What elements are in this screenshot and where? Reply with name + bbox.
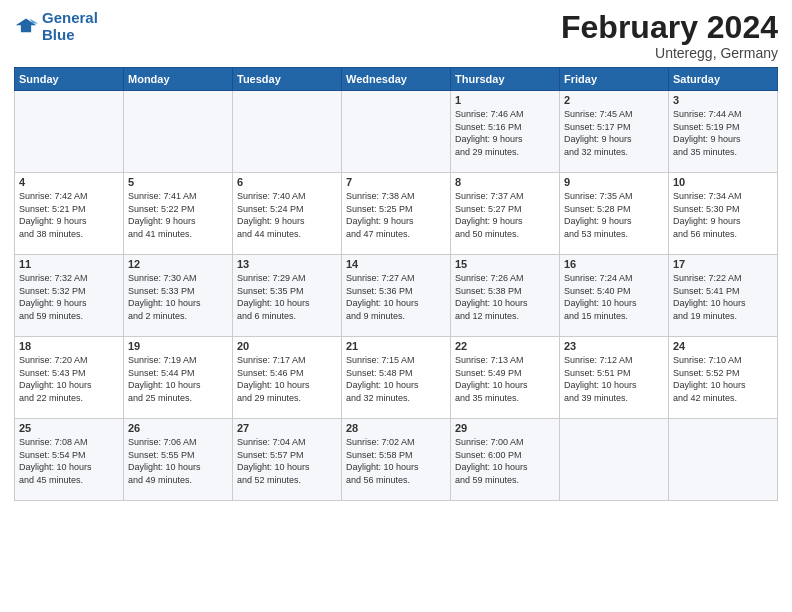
calendar-cell: [233, 91, 342, 173]
calendar-cell: 29Sunrise: 7:00 AM Sunset: 6:00 PM Dayli…: [451, 419, 560, 501]
day-number: 22: [455, 340, 555, 352]
day-info: Sunrise: 7:02 AM Sunset: 5:58 PM Dayligh…: [346, 436, 446, 486]
day-info: Sunrise: 7:34 AM Sunset: 5:30 PM Dayligh…: [673, 190, 773, 240]
day-number: 11: [19, 258, 119, 270]
calendar-cell: 5Sunrise: 7:41 AM Sunset: 5:22 PM Daylig…: [124, 173, 233, 255]
calendar-cell: 25Sunrise: 7:08 AM Sunset: 5:54 PM Dayli…: [15, 419, 124, 501]
col-wednesday: Wednesday: [342, 68, 451, 91]
day-number: 1: [455, 94, 555, 106]
day-number: 4: [19, 176, 119, 188]
day-info: Sunrise: 7:26 AM Sunset: 5:38 PM Dayligh…: [455, 272, 555, 322]
day-number: 24: [673, 340, 773, 352]
day-info: Sunrise: 7:27 AM Sunset: 5:36 PM Dayligh…: [346, 272, 446, 322]
day-info: Sunrise: 7:29 AM Sunset: 5:35 PM Dayligh…: [237, 272, 337, 322]
day-number: 17: [673, 258, 773, 270]
day-info: Sunrise: 7:08 AM Sunset: 5:54 PM Dayligh…: [19, 436, 119, 486]
day-info: Sunrise: 7:04 AM Sunset: 5:57 PM Dayligh…: [237, 436, 337, 486]
day-number: 7: [346, 176, 446, 188]
day-info: Sunrise: 7:38 AM Sunset: 5:25 PM Dayligh…: [346, 190, 446, 240]
calendar-cell: 17Sunrise: 7:22 AM Sunset: 5:41 PM Dayli…: [669, 255, 778, 337]
calendar-cell: [560, 419, 669, 501]
day-info: Sunrise: 7:15 AM Sunset: 5:48 PM Dayligh…: [346, 354, 446, 404]
day-number: 19: [128, 340, 228, 352]
col-monday: Monday: [124, 68, 233, 91]
calendar-cell: 21Sunrise: 7:15 AM Sunset: 5:48 PM Dayli…: [342, 337, 451, 419]
calendar-week-2: 4Sunrise: 7:42 AM Sunset: 5:21 PM Daylig…: [15, 173, 778, 255]
calendar-week-1: 1Sunrise: 7:46 AM Sunset: 5:16 PM Daylig…: [15, 91, 778, 173]
day-number: 21: [346, 340, 446, 352]
day-info: Sunrise: 7:17 AM Sunset: 5:46 PM Dayligh…: [237, 354, 337, 404]
logo-text: General Blue: [42, 10, 98, 43]
calendar-cell: [342, 91, 451, 173]
day-info: Sunrise: 7:22 AM Sunset: 5:41 PM Dayligh…: [673, 272, 773, 322]
col-tuesday: Tuesday: [233, 68, 342, 91]
calendar-cell: [669, 419, 778, 501]
day-info: Sunrise: 7:37 AM Sunset: 5:27 PM Dayligh…: [455, 190, 555, 240]
day-number: 13: [237, 258, 337, 270]
day-info: Sunrise: 7:13 AM Sunset: 5:49 PM Dayligh…: [455, 354, 555, 404]
calendar-week-3: 11Sunrise: 7:32 AM Sunset: 5:32 PM Dayli…: [15, 255, 778, 337]
page-container: General Blue February 2024 Unteregg, Ger…: [0, 0, 792, 509]
calendar-cell: 2Sunrise: 7:45 AM Sunset: 5:17 PM Daylig…: [560, 91, 669, 173]
col-thursday: Thursday: [451, 68, 560, 91]
day-info: Sunrise: 7:12 AM Sunset: 5:51 PM Dayligh…: [564, 354, 664, 404]
calendar-cell: 26Sunrise: 7:06 AM Sunset: 5:55 PM Dayli…: [124, 419, 233, 501]
calendar-week-4: 18Sunrise: 7:20 AM Sunset: 5:43 PM Dayli…: [15, 337, 778, 419]
day-number: 18: [19, 340, 119, 352]
col-sunday: Sunday: [15, 68, 124, 91]
day-info: Sunrise: 7:41 AM Sunset: 5:22 PM Dayligh…: [128, 190, 228, 240]
calendar-cell: 22Sunrise: 7:13 AM Sunset: 5:49 PM Dayli…: [451, 337, 560, 419]
calendar-cell: 12Sunrise: 7:30 AM Sunset: 5:33 PM Dayli…: [124, 255, 233, 337]
svg-marker-0: [16, 18, 37, 32]
day-info: Sunrise: 7:19 AM Sunset: 5:44 PM Dayligh…: [128, 354, 228, 404]
calendar-cell: 23Sunrise: 7:12 AM Sunset: 5:51 PM Dayli…: [560, 337, 669, 419]
calendar-cell: 15Sunrise: 7:26 AM Sunset: 5:38 PM Dayli…: [451, 255, 560, 337]
calendar-table: Sunday Monday Tuesday Wednesday Thursday…: [14, 67, 778, 501]
day-info: Sunrise: 7:35 AM Sunset: 5:28 PM Dayligh…: [564, 190, 664, 240]
day-info: Sunrise: 7:06 AM Sunset: 5:55 PM Dayligh…: [128, 436, 228, 486]
day-number: 28: [346, 422, 446, 434]
calendar-cell: 16Sunrise: 7:24 AM Sunset: 5:40 PM Dayli…: [560, 255, 669, 337]
day-info: Sunrise: 7:40 AM Sunset: 5:24 PM Dayligh…: [237, 190, 337, 240]
month-title: February 2024: [561, 10, 778, 45]
col-saturday: Saturday: [669, 68, 778, 91]
day-number: 14: [346, 258, 446, 270]
day-number: 6: [237, 176, 337, 188]
calendar-week-5: 25Sunrise: 7:08 AM Sunset: 5:54 PM Dayli…: [15, 419, 778, 501]
day-number: 8: [455, 176, 555, 188]
day-number: 27: [237, 422, 337, 434]
calendar-cell: 1Sunrise: 7:46 AM Sunset: 5:16 PM Daylig…: [451, 91, 560, 173]
day-number: 26: [128, 422, 228, 434]
calendar-cell: 28Sunrise: 7:02 AM Sunset: 5:58 PM Dayli…: [342, 419, 451, 501]
day-number: 12: [128, 258, 228, 270]
calendar-cell: 7Sunrise: 7:38 AM Sunset: 5:25 PM Daylig…: [342, 173, 451, 255]
calendar-cell: 11Sunrise: 7:32 AM Sunset: 5:32 PM Dayli…: [15, 255, 124, 337]
day-number: 10: [673, 176, 773, 188]
calendar-cell: 20Sunrise: 7:17 AM Sunset: 5:46 PM Dayli…: [233, 337, 342, 419]
day-info: Sunrise: 7:00 AM Sunset: 6:00 PM Dayligh…: [455, 436, 555, 486]
calendar-cell: [124, 91, 233, 173]
day-info: Sunrise: 7:24 AM Sunset: 5:40 PM Dayligh…: [564, 272, 664, 322]
col-friday: Friday: [560, 68, 669, 91]
calendar-cell: 14Sunrise: 7:27 AM Sunset: 5:36 PM Dayli…: [342, 255, 451, 337]
logo-icon: [14, 15, 38, 39]
day-number: 20: [237, 340, 337, 352]
calendar-cell: 8Sunrise: 7:37 AM Sunset: 5:27 PM Daylig…: [451, 173, 560, 255]
day-number: 29: [455, 422, 555, 434]
location-subtitle: Unteregg, Germany: [561, 45, 778, 61]
calendar-cell: 6Sunrise: 7:40 AM Sunset: 5:24 PM Daylig…: [233, 173, 342, 255]
calendar-cell: 13Sunrise: 7:29 AM Sunset: 5:35 PM Dayli…: [233, 255, 342, 337]
calendar-cell: 19Sunrise: 7:19 AM Sunset: 5:44 PM Dayli…: [124, 337, 233, 419]
header: General Blue February 2024 Unteregg, Ger…: [14, 10, 778, 61]
header-row: Sunday Monday Tuesday Wednesday Thursday…: [15, 68, 778, 91]
calendar-cell: 3Sunrise: 7:44 AM Sunset: 5:19 PM Daylig…: [669, 91, 778, 173]
day-number: 15: [455, 258, 555, 270]
calendar-cell: [15, 91, 124, 173]
day-number: 5: [128, 176, 228, 188]
day-number: 23: [564, 340, 664, 352]
calendar-cell: 9Sunrise: 7:35 AM Sunset: 5:28 PM Daylig…: [560, 173, 669, 255]
day-info: Sunrise: 7:10 AM Sunset: 5:52 PM Dayligh…: [673, 354, 773, 404]
day-number: 9: [564, 176, 664, 188]
calendar-cell: 18Sunrise: 7:20 AM Sunset: 5:43 PM Dayli…: [15, 337, 124, 419]
day-info: Sunrise: 7:42 AM Sunset: 5:21 PM Dayligh…: [19, 190, 119, 240]
